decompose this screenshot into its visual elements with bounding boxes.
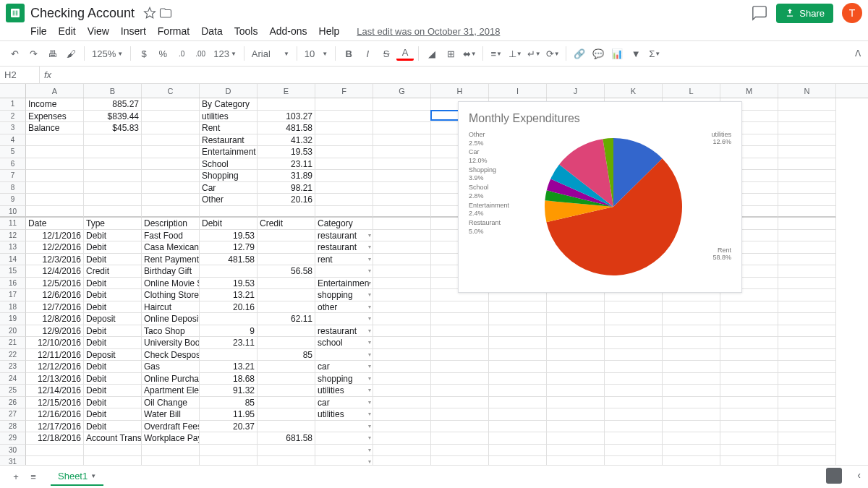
cell[interactable]: school xyxy=(315,337,373,349)
cell[interactable] xyxy=(315,98,373,111)
cell[interactable]: car xyxy=(315,397,373,409)
row-header-12[interactable]: 12 xyxy=(0,230,26,242)
row-header-10[interactable]: 10 xyxy=(0,206,26,218)
cell[interactable]: Haircut xyxy=(142,301,200,314)
menu-edit[interactable]: Edit xyxy=(59,25,76,37)
cell[interactable] xyxy=(258,98,315,111)
cell[interactable] xyxy=(663,337,720,349)
cell[interactable]: Date xyxy=(26,218,84,230)
cell[interactable] xyxy=(315,313,373,325)
cell[interactable]: 19.53 xyxy=(200,278,258,290)
cell[interactable] xyxy=(720,361,778,373)
cell[interactable] xyxy=(720,408,778,421)
cell[interactable] xyxy=(26,194,84,206)
cell[interactable]: Balance xyxy=(26,122,84,134)
col-header-B[interactable]: B xyxy=(84,84,142,98)
cell[interactable] xyxy=(489,432,547,445)
cell[interactable]: 13.21 xyxy=(200,289,258,301)
cell[interactable]: Rent Payment xyxy=(142,254,200,266)
cell[interactable]: Debit xyxy=(84,397,142,409)
cell[interactable]: 9 xyxy=(200,325,258,338)
row-header-13[interactable]: 13 xyxy=(0,241,26,254)
chart-icon[interactable]: 📊 xyxy=(608,45,626,62)
cell[interactable] xyxy=(431,361,489,373)
cell[interactable] xyxy=(605,373,663,385)
row-header-14[interactable]: 14 xyxy=(0,254,26,266)
functions-icon[interactable]: Σ▼ xyxy=(646,45,663,62)
cell[interactable] xyxy=(26,158,84,171)
cell[interactable] xyxy=(431,385,489,397)
row-header-18[interactable]: 18 xyxy=(0,301,26,314)
cell[interactable] xyxy=(778,254,836,266)
cell[interactable]: Entertainment xyxy=(200,146,258,158)
last-edit[interactable]: Last edit was on October 31, 2018 xyxy=(357,26,500,37)
cell[interactable] xyxy=(778,134,836,147)
col-header-J[interactable]: J xyxy=(547,84,605,98)
cell[interactable]: Birthday Gift xyxy=(142,265,200,278)
cell[interactable]: Debit xyxy=(200,218,258,230)
cell[interactable] xyxy=(142,445,200,457)
cell[interactable]: Debit xyxy=(84,241,142,254)
cell[interactable]: 481.58 xyxy=(200,254,258,266)
cell[interactable]: car xyxy=(315,361,373,373)
cell[interactable] xyxy=(258,397,315,409)
cell[interactable] xyxy=(373,337,431,349)
row-header-25[interactable]: 25 xyxy=(0,385,26,397)
cell[interactable]: utilities xyxy=(315,408,373,421)
cell[interactable] xyxy=(373,146,431,158)
cell[interactable] xyxy=(26,445,84,457)
cell[interactable] xyxy=(663,301,720,314)
cell[interactable] xyxy=(26,170,84,182)
cell[interactable]: Expenses xyxy=(26,111,84,123)
cell[interactable]: 12.79 xyxy=(200,241,258,254)
cell[interactable] xyxy=(26,206,84,218)
cell[interactable] xyxy=(778,397,836,409)
cell[interactable] xyxy=(605,337,663,349)
cell[interactable]: 31.89 xyxy=(258,170,315,182)
cell[interactable]: Debit xyxy=(84,301,142,314)
col-header-N[interactable]: N xyxy=(778,84,836,98)
explore-button[interactable] xyxy=(826,468,842,484)
cell[interactable]: Shopping xyxy=(200,170,258,182)
cell[interactable] xyxy=(142,194,200,206)
cell[interactable]: Check Desposit xyxy=(142,349,200,361)
cell[interactable]: Credit xyxy=(258,218,315,230)
v-align-icon[interactable]: ⊥▼ xyxy=(506,45,524,62)
cell[interactable] xyxy=(26,182,84,194)
cell[interactable]: 12/11/2016 xyxy=(26,349,84,361)
cell[interactable]: Category xyxy=(315,218,373,230)
cell[interactable] xyxy=(547,445,605,457)
cell[interactable]: Debit xyxy=(84,289,142,301)
sheet-tab[interactable]: Sheet1▼ xyxy=(51,468,103,486)
cell[interactable] xyxy=(431,432,489,445)
cell[interactable]: 23.11 xyxy=(200,337,258,349)
cell[interactable] xyxy=(26,146,84,158)
cell[interactable] xyxy=(605,313,663,325)
cell[interactable] xyxy=(258,373,315,385)
cell[interactable]: Debit xyxy=(84,421,142,433)
cell[interactable] xyxy=(200,265,258,278)
cell[interactable]: University Books xyxy=(142,337,200,349)
cell[interactable] xyxy=(489,445,547,457)
cell[interactable] xyxy=(373,158,431,171)
doc-title[interactable]: Checking Account xyxy=(30,6,135,21)
cell[interactable] xyxy=(431,349,489,361)
cell[interactable] xyxy=(373,289,431,301)
cell[interactable] xyxy=(720,432,778,445)
cell[interactable] xyxy=(431,421,489,433)
cell[interactable]: 62.11 xyxy=(258,313,315,325)
cell[interactable]: 12/1/2016 xyxy=(26,230,84,242)
cell[interactable] xyxy=(142,134,200,147)
cell[interactable]: $45.83 xyxy=(84,122,142,134)
cell[interactable] xyxy=(489,361,547,373)
cell[interactable]: 12/8/2016 xyxy=(26,313,84,325)
cell[interactable] xyxy=(315,206,373,218)
cell[interactable] xyxy=(373,421,431,433)
row-header-21[interactable]: 21 xyxy=(0,337,26,349)
cell[interactable] xyxy=(663,373,720,385)
cell[interactable] xyxy=(373,134,431,147)
cell[interactable]: 56.58 xyxy=(258,265,315,278)
cell[interactable] xyxy=(258,241,315,254)
menu-format[interactable]: Format xyxy=(158,25,190,37)
cell[interactable] xyxy=(200,206,258,218)
